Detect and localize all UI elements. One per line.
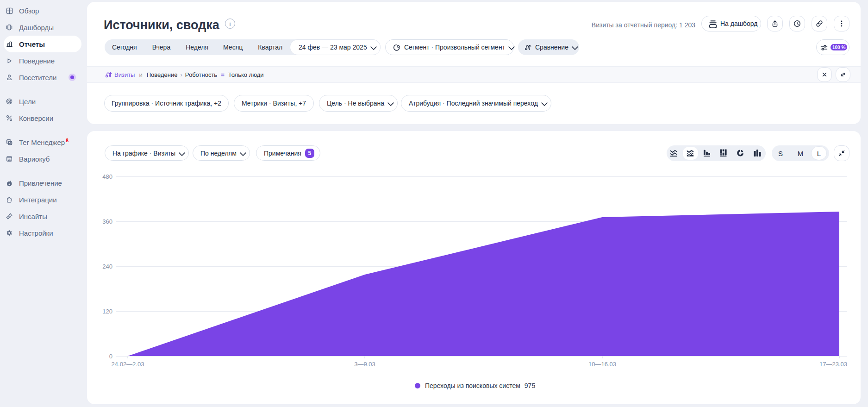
svg-text:17—23.03: 17—23.03 [819, 361, 847, 368]
svg-text:24.02—2.03: 24.02—2.03 [112, 361, 144, 368]
svg-text:10—16.03: 10—16.03 [588, 361, 616, 368]
svg-text:0: 0 [109, 353, 112, 360]
svg-text:240: 240 [102, 263, 112, 270]
svg-text:3—9.03: 3—9.03 [354, 361, 375, 368]
svg-text:360: 360 [102, 218, 112, 225]
svg-text:480: 480 [102, 173, 112, 180]
svg-text:120: 120 [102, 308, 112, 315]
